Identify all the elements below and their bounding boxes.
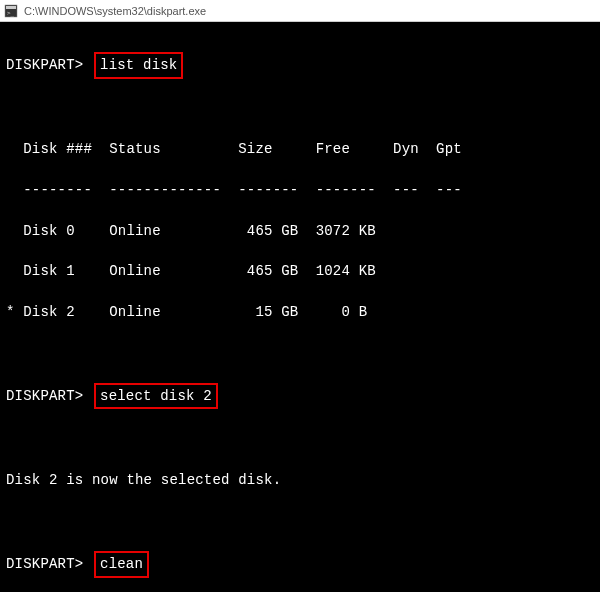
table-divider: -------- ------------- ------- ------- -… [6, 180, 594, 200]
prompt: DISKPART> [6, 388, 83, 404]
blank-line [6, 342, 594, 362]
table-header: Disk ### Status Size Free Dyn Gpt [6, 139, 594, 159]
table-row: Disk 0 Online 465 GB 3072 KB [6, 221, 594, 241]
window-title: C:\WINDOWS\system32\diskpart.exe [24, 5, 206, 17]
msg-disk-selected: Disk 2 is now the selected disk. [6, 470, 594, 490]
table-row: Disk 1 Online 465 GB 1024 KB [6, 261, 594, 281]
app-icon: >_ [4, 4, 18, 18]
prompt: DISKPART> [6, 57, 83, 73]
prompt: DISKPART> [6, 556, 83, 572]
command-clean: clean [94, 551, 149, 577]
command-list-disk: list disk [94, 52, 183, 78]
command-select-disk: select disk 2 [94, 383, 218, 409]
terminal-output[interactable]: DISKPART> list disk Disk ### Status Size… [0, 22, 600, 592]
blank-line [6, 99, 594, 119]
table-row: * Disk 2 Online 15 GB 0 B [6, 302, 594, 322]
window-titlebar[interactable]: >_ C:\WINDOWS\system32\diskpart.exe [0, 0, 600, 22]
blank-line [6, 511, 594, 531]
svg-text:>_: >_ [7, 9, 15, 17]
blank-line [6, 430, 594, 450]
